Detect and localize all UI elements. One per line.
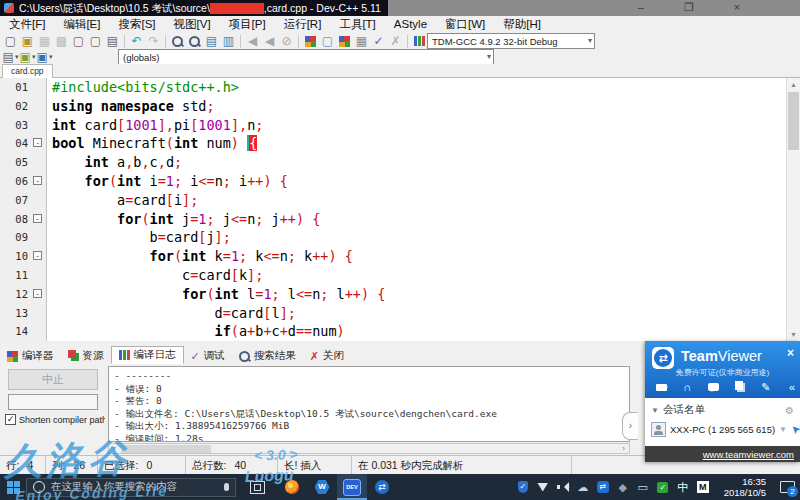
statusbar-cell-2: 已选择:0 bbox=[98, 456, 186, 475]
insert-button[interactable]: ▤▾ bbox=[2, 49, 19, 64]
menu-item-tools[interactable]: 工具[T] bbox=[330, 16, 384, 33]
menu-item-astyle[interactable]: AStyle bbox=[385, 16, 436, 33]
scrollbar-thumb[interactable] bbox=[788, 92, 799, 150]
back-button[interactable]: ◀ bbox=[244, 34, 261, 49]
task-view-button[interactable] bbox=[250, 481, 265, 494]
menu-item-file[interactable]: 文件[F] bbox=[0, 16, 54, 33]
firefox-taskbar-button[interactable] bbox=[277, 474, 307, 500]
menu-item-view[interactable]: 视图[V] bbox=[165, 16, 220, 33]
antivirus-icon[interactable]: ✓ bbox=[656, 480, 670, 494]
scroll-down-icon[interactable]: ▼ bbox=[787, 328, 800, 341]
menu-item-help[interactable]: 帮助[H] bbox=[494, 16, 550, 33]
menu-item-execute[interactable]: 运行[R] bbox=[275, 16, 331, 33]
report-tab-debug[interactable]: ✓调试 bbox=[184, 348, 232, 364]
rebuild-all-button[interactable]: ▦ bbox=[353, 34, 370, 49]
chat-icon[interactable] bbox=[705, 380, 721, 394]
scrollbar-thumb[interactable] bbox=[121, 445, 211, 453]
chevron-down-icon[interactable]: ▼ bbox=[779, 425, 787, 434]
shorten-paths-checkbox[interactable]: ✓ bbox=[5, 414, 16, 425]
report-tab-resources[interactable]: 资源 bbox=[61, 348, 111, 364]
wifi-icon[interactable] bbox=[536, 480, 550, 494]
goto-bookmarks-button[interactable]: ▣▾ bbox=[36, 49, 53, 64]
action-center-button[interactable]: 2 bbox=[774, 474, 800, 500]
taskbar-clock[interactable]: 16:35 2018/10/5 bbox=[724, 476, 766, 498]
gear-icon[interactable]: ⚙ bbox=[785, 405, 794, 416]
fold-column bbox=[31, 191, 47, 210]
close-all-button[interactable]: ▢ bbox=[87, 34, 104, 49]
save-button[interactable]: ▦ bbox=[36, 34, 53, 49]
line-number: 14 bbox=[0, 322, 31, 341]
report-tab-close[interactable]: ✗关闭 bbox=[303, 348, 351, 364]
panel-expand-handle[interactable]: › bbox=[622, 412, 638, 440]
undo-button[interactable]: ↶ bbox=[128, 34, 145, 49]
video-icon[interactable] bbox=[653, 380, 669, 394]
run-button[interactable]: ▢ bbox=[319, 34, 336, 49]
compiler-select[interactable]: TDM-GCC 4.9.2 32-bit Debug ▾ bbox=[427, 33, 595, 49]
fold-collapse-icon[interactable]: - bbox=[33, 214, 42, 223]
collapse-icon[interactable]: « bbox=[784, 380, 800, 394]
session-list-header[interactable]: ▼ 会话名单 ⚙ bbox=[651, 403, 794, 417]
code-editor[interactable]: 01#include<bits/stdc++.h>02using namespa… bbox=[0, 78, 800, 341]
open-file-button[interactable]: ▣ bbox=[19, 34, 36, 49]
teamviewer-taskbar-button[interactable]: ⇄ bbox=[367, 474, 397, 500]
taskbar-search-input[interactable]: 在这里输入你要搜索的内容 bbox=[26, 478, 236, 497]
compile-run-button[interactable] bbox=[336, 34, 353, 49]
fold-collapse-icon[interactable]: - bbox=[33, 251, 42, 260]
toggle-bookmarks-button[interactable]: ▣▾ bbox=[19, 49, 36, 64]
close-button[interactable]: × bbox=[726, 0, 748, 16]
stop-execution-button[interactable]: ✗ bbox=[387, 34, 404, 49]
replace-button[interactable]: ▤ bbox=[203, 34, 220, 49]
ime-m-icon[interactable]: M bbox=[696, 480, 710, 494]
cloud-icon[interactable]: ☁ bbox=[576, 480, 590, 494]
whiteboard-icon[interactable]: ✎ bbox=[758, 380, 774, 394]
new-file-button[interactable]: ▢ bbox=[2, 34, 19, 49]
scroll-right-icon[interactable]: › bbox=[618, 444, 629, 453]
menu-item-search[interactable]: 搜索[S] bbox=[109, 16, 164, 33]
microphone-icon[interactable] bbox=[224, 483, 229, 491]
tab-card-cpp[interactable]: card.cpp bbox=[2, 64, 53, 78]
ime-zh-icon[interactable]: 中 bbox=[676, 480, 690, 494]
diamond-icon[interactable]: ◆ bbox=[616, 480, 630, 494]
volume-muted-icon[interactable]: × bbox=[556, 480, 570, 494]
find-button[interactable] bbox=[169, 34, 186, 49]
report-tab-search-results[interactable]: 搜索结果 bbox=[232, 348, 303, 364]
fold-collapse-icon[interactable]: - bbox=[33, 289, 42, 298]
teamviewer-link[interactable]: www.teamviewer.com bbox=[703, 449, 794, 460]
report-tab-compile-log[interactable]: 编译日志 bbox=[111, 346, 184, 364]
device-icon[interactable]: ▭ bbox=[636, 480, 650, 494]
security-shield-icon[interactable]: ✓ bbox=[516, 480, 530, 494]
report-tab-compiler[interactable]: 编译器 bbox=[0, 348, 61, 364]
scroll-left-icon[interactable]: ‹ bbox=[109, 444, 120, 453]
w-app-taskbar-button[interactable]: W bbox=[307, 474, 337, 500]
audio-icon[interactable]: ∩ bbox=[679, 380, 695, 394]
save-all-button[interactable]: ▩ bbox=[53, 34, 70, 49]
menu-item-edit[interactable]: 编辑[E] bbox=[54, 16, 109, 33]
fold-collapse-icon[interactable]: - bbox=[33, 138, 42, 147]
session-list-item[interactable]: XXX-PC (1 295 565 615) ▼ ➤ bbox=[651, 422, 794, 437]
profile-button[interactable] bbox=[411, 34, 428, 49]
print-button[interactable]: ▤ bbox=[104, 34, 121, 49]
redo-button[interactable]: ↷ bbox=[145, 34, 162, 49]
file-transfer-icon[interactable] bbox=[732, 380, 748, 394]
log-horizontal-scrollbar[interactable]: ‹ › bbox=[108, 443, 630, 454]
syntax-check-button[interactable]: ✓ bbox=[370, 34, 387, 49]
close-file-button[interactable]: ▢ bbox=[70, 34, 87, 49]
teamviewer-tray-icon[interactable]: ⇄ bbox=[596, 480, 610, 494]
goto-line-button[interactable]: ▥ bbox=[220, 34, 237, 49]
start-button[interactable] bbox=[0, 474, 26, 500]
find-in-files-button[interactable] bbox=[186, 34, 203, 49]
close-icon[interactable]: × bbox=[787, 346, 794, 360]
compile-button[interactable] bbox=[302, 34, 319, 49]
class-browser-select[interactable]: (globals) ▾ bbox=[118, 49, 494, 65]
scroll-up-icon[interactable]: ▲ bbox=[787, 78, 800, 91]
devcpp-taskbar-button[interactable]: DEV bbox=[337, 474, 367, 500]
abort-button[interactable]: 中止 bbox=[8, 369, 98, 390]
forward-button[interactable]: ◀ bbox=[261, 34, 278, 49]
menu-item-window[interactable]: 窗口[W] bbox=[436, 16, 494, 33]
editor-vertical-scrollbar[interactable]: ▲ ▼ bbox=[786, 78, 800, 341]
menu-item-project[interactable]: 项目[P] bbox=[220, 16, 275, 33]
abort-compile-button[interactable]: ⊘ bbox=[278, 34, 295, 49]
minimize-button[interactable]: – bbox=[630, 0, 652, 16]
maximize-button[interactable]: ❐ bbox=[678, 0, 700, 16]
fold-collapse-icon[interactable]: - bbox=[33, 176, 42, 185]
